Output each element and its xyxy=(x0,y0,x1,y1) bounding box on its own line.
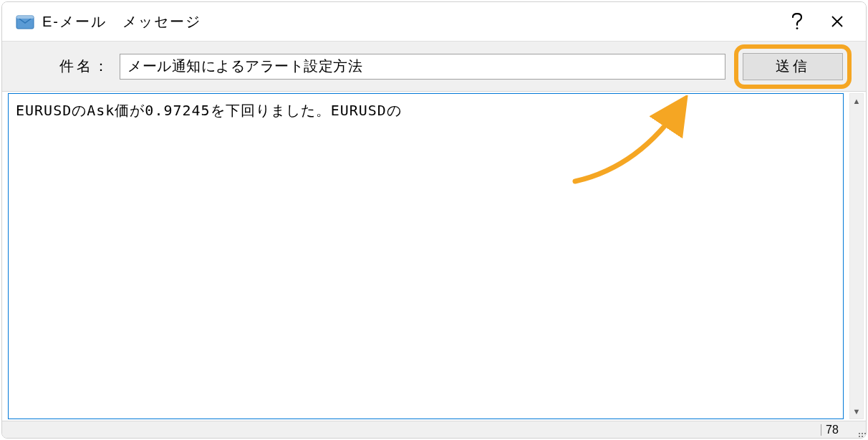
char-count: 78 xyxy=(826,424,846,436)
message-body-textarea[interactable] xyxy=(8,93,844,419)
statusbar: 78 xyxy=(2,421,866,438)
svg-point-2 xyxy=(796,27,799,29)
toolbar: 件名： 送信 xyxy=(2,42,866,92)
scroll-up-icon[interactable]: ▲ xyxy=(853,97,861,105)
app-icon xyxy=(15,11,35,32)
email-message-window: E-メール メッセージ 件名： 送信 ▲ ▼ 78 xyxy=(1,1,867,439)
help-button[interactable] xyxy=(777,7,817,36)
vertical-scrollbar[interactable]: ▲ ▼ xyxy=(849,93,864,419)
subject-input[interactable] xyxy=(120,54,725,80)
subject-label: 件名： xyxy=(59,57,111,76)
resize-grip[interactable] xyxy=(850,424,862,436)
close-button[interactable] xyxy=(817,7,857,36)
send-button-highlight: 送信 xyxy=(734,44,852,89)
titlebar: E-メール メッセージ xyxy=(2,2,866,42)
scroll-down-icon[interactable]: ▼ xyxy=(853,407,861,416)
statusbar-separator xyxy=(821,424,821,436)
send-button[interactable]: 送信 xyxy=(743,53,843,80)
body-area: ▲ ▼ xyxy=(2,92,866,421)
svg-rect-1 xyxy=(16,16,34,19)
window-title: E-メール メッセージ xyxy=(42,12,201,32)
